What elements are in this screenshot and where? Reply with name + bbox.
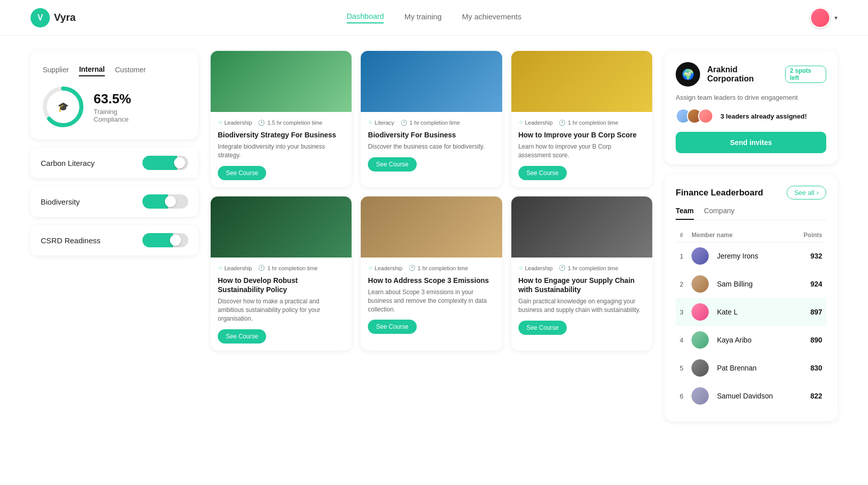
member-avatar-5 [691, 359, 709, 377]
course-meta-5: ⁘ Leadership 🕐 1 hr completion time [368, 265, 495, 272]
see-course-button-1[interactable]: See Course [218, 166, 266, 180]
course-desc-2: Discover the business case for biodivers… [368, 142, 495, 151]
toggle-thumb-csrd [170, 235, 181, 246]
member-points-3: 897 [793, 298, 826, 326]
leaderboard-row-5: 5 Pat Brennan 830 [676, 354, 826, 382]
course-body-5: ⁘ Leadership 🕐 1 hr completion time How … [361, 258, 502, 341]
course-title-6: How to Engage your Supply Chain with Sus… [518, 276, 645, 294]
course-title-5: How to Address Scope 3 Emissions [368, 276, 495, 285]
course-time-4: 🕐 1 hr completion time [258, 265, 317, 271]
course-tag-4: ⁘ Leadership [218, 265, 252, 272]
see-course-button-5[interactable]: See Course [368, 320, 416, 334]
leaderboard-table: # Member name Points 1 Jeremy Irons 932 … [676, 229, 826, 410]
leaderboard-row-3: 3 Kate L 897 [676, 298, 826, 326]
leader-avatar-3 [698, 108, 713, 124]
rank-2: 2 [676, 270, 687, 298]
chevron-down-icon[interactable]: ▾ [834, 14, 837, 21]
course-title-4: How to Develop Robust Sustainability Pol… [218, 276, 344, 294]
course-card-6: ⁘ Leadership 🕐 1 hr completion time How … [511, 196, 652, 351]
member-name-4: Kaya Aribo [713, 326, 793, 354]
see-course-button-6[interactable]: See Course [518, 321, 567, 335]
tab-internal[interactable]: Internal [79, 63, 105, 76]
avatar-3 [687, 298, 713, 326]
toggle-fill-csrd [142, 233, 173, 247]
toggle-track-csrd[interactable] [142, 233, 188, 247]
member-points-2: 924 [793, 270, 826, 298]
graduation-icon: 🎓 [57, 101, 69, 112]
toggle-fill-biodiversity [142, 194, 168, 209]
toggle-track-biodiversity[interactable] [142, 194, 188, 209]
toggle-csrd: CSRD Readiness [31, 225, 198, 255]
compliance-percent: 63.5% [94, 91, 131, 107]
clock-icon: 🕐 [409, 265, 416, 271]
course-meta-6: ⁘ Leadership 🕐 1 hr completion time [518, 265, 645, 272]
course-tag-6: ⁘ Leadership [518, 265, 553, 272]
rank-5: 5 [676, 354, 687, 382]
nav-my-training[interactable]: My training [404, 12, 442, 23]
user-avatar[interactable] [810, 8, 830, 28]
avatar-4 [687, 326, 713, 354]
leaderboard-row-6: 6 Samuel Davidson 822 [676, 382, 826, 410]
member-points-4: 890 [793, 326, 826, 354]
leaderboard-tabs: Team Company [676, 207, 826, 220]
main-content: Supplier Internal Customer 🎓 63.5% T [0, 36, 868, 437]
rank-3: 3 [676, 298, 687, 326]
corp-name: Araknid Corporation [707, 65, 785, 83]
toggle-carbon-literacy: Carbon Literacy [31, 148, 198, 178]
logo: V Vyra [31, 8, 76, 27]
course-body-4: ⁘ Leadership 🕐 1 hr completion time How … [211, 258, 352, 351]
header-right: ▾ [810, 8, 837, 28]
course-body-3: ⁘ Leadership 🕐 1 hr completion time How … [511, 112, 652, 187]
course-body-1: ⁘ Leadership 🕐 1.5 hr completion time Bi… [211, 112, 352, 187]
course-time-3: 🕐 1 hr completion time [559, 120, 618, 126]
tab-supplier[interactable]: Supplier [43, 63, 69, 76]
see-all-button[interactable]: See all › [787, 186, 826, 199]
see-course-button-3[interactable]: See Course [518, 166, 567, 180]
course-card-5: ⁘ Leadership 🕐 1 hr completion time How … [361, 196, 502, 351]
lb-tab-company[interactable]: Company [704, 207, 735, 220]
course-image-3 [511, 51, 652, 112]
clock-icon: 🕐 [400, 120, 408, 126]
spots-badge: 2 spots left [785, 66, 826, 83]
course-desc-6: Gain practical knowledge on engaging you… [518, 297, 645, 315]
nav-my-achievements[interactable]: My achievements [462, 12, 522, 23]
send-invites-button[interactable]: Send invites [676, 132, 826, 153]
app-container: V Vyra Dashboard My training My achievem… [0, 0, 868, 485]
course-card-1: ⁘ Leadership 🕐 1.5 hr completion time Bi… [211, 51, 352, 187]
tab-customer[interactable]: Customer [115, 63, 146, 76]
clock-icon: 🕐 [258, 120, 265, 126]
toggle-track-carbon[interactable] [142, 156, 188, 170]
right-panel: 🌍 Araknid Corporation 2 spots left Assig… [664, 51, 837, 421]
course-image-4 [211, 196, 352, 258]
logo-icon: V [31, 8, 50, 27]
member-name-5: Pat Brennan [713, 354, 793, 382]
member-avatar-1 [691, 247, 709, 265]
see-course-button-2[interactable]: See Course [368, 157, 416, 172]
member-points-6: 822 [793, 382, 826, 410]
course-title-3: How to Improve your B Corp Score [518, 130, 645, 139]
rank-4: 4 [676, 326, 687, 354]
course-card-3: ⁘ Leadership 🕐 1 hr completion time How … [511, 51, 652, 187]
member-name-6: Samuel Davidson [713, 382, 793, 410]
course-tag-3: ⁘ Leadership [518, 119, 553, 126]
compliance-card: Supplier Internal Customer 🎓 63.5% T [31, 51, 198, 139]
col-member: Member name [687, 229, 793, 242]
chevron-right-icon: › [817, 189, 819, 196]
clock-icon: 🕐 [258, 265, 265, 271]
course-title-1: Biodiversity Strategy For Business [218, 130, 344, 139]
invite-header: 🌍 Araknid Corporation 2 spots left [676, 62, 826, 87]
member-name-3: Kate L [713, 298, 793, 326]
compliance-body: 🎓 63.5% TrainingCompliance [43, 87, 186, 127]
course-time-6: 🕐 1 hr completion time [559, 265, 618, 271]
course-desc-3: Learn how to improve your B Corp assessm… [518, 142, 645, 160]
course-meta-4: ⁘ Leadership 🕐 1 hr completion time [218, 265, 344, 272]
see-course-button-4[interactable]: See Course [218, 329, 266, 344]
lb-tab-team[interactable]: Team [676, 207, 694, 220]
rank-6: 6 [676, 382, 687, 410]
member-avatar-2 [691, 275, 709, 293]
nav-dashboard[interactable]: Dashboard [346, 12, 384, 23]
compliance-text: 63.5% TrainingCompliance [94, 91, 131, 123]
course-body-2: ⁘ Literacy 🕐 1 hr completion time Biodiv… [361, 112, 502, 179]
course-image-6 [511, 196, 652, 258]
course-meta-1: ⁘ Leadership 🕐 1.5 hr completion time [218, 119, 344, 126]
